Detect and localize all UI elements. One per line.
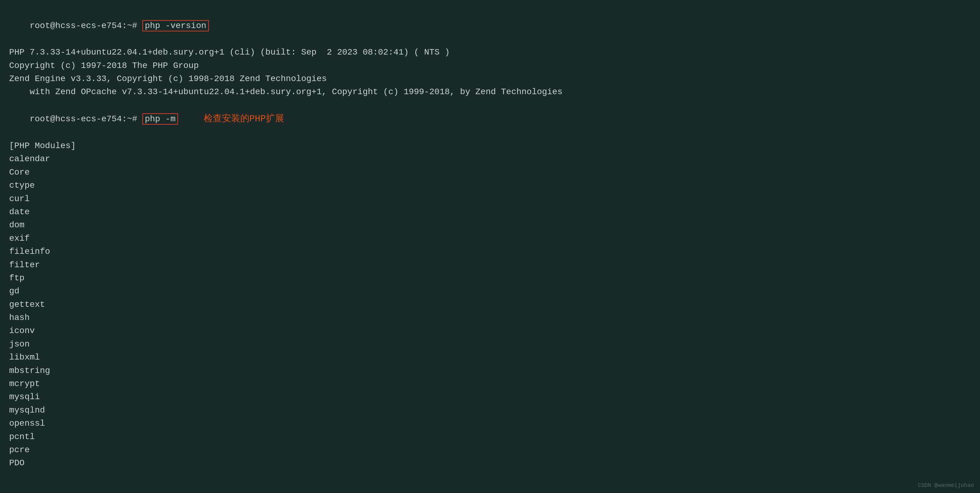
module-gd: gd [9, 285, 971, 298]
command-1: php -version [142, 20, 209, 32]
module-mysqlnd: mysqlnd [9, 404, 971, 417]
module-ftp: ftp [9, 271, 971, 285]
command-2: php -m [142, 113, 178, 125]
module-calendar: calendar [9, 152, 971, 165]
annotation-text: 检查安装的PHP扩展 [204, 114, 284, 124]
module-curl: curl [9, 192, 971, 205]
opcache-line: with Zend OPcache v7.3.33-14+ubuntu22.04… [9, 85, 971, 98]
module-mcrypt: mcrypt [9, 377, 971, 390]
module-libxml: libxml [9, 351, 971, 364]
prompt-2: root@hcss-ecs-e754:~# [30, 114, 137, 124]
prompt-line-1: root@hcss-ecs-e754:~# php -version [9, 6, 971, 46]
module-hash: hash [9, 311, 971, 324]
prompt-1: root@hcss-ecs-e754:~# [30, 21, 137, 30]
watermark: CSDN @wanmeijuhao [918, 482, 974, 490]
prompt-line-2: root@hcss-ecs-e754:~# php -m 检查安装的PHP扩展 [9, 99, 971, 139]
copyright-line: Copyright (c) 1997-2018 The PHP Group [9, 59, 971, 72]
module-pcre: pcre [9, 443, 971, 457]
space-2 [137, 114, 142, 124]
module-mysqli: mysqli [9, 390, 971, 403]
module-pdo: PDO [9, 457, 971, 469]
space-3 [178, 114, 204, 124]
modules-list: calendar Core ctype curl date dom exif f… [9, 152, 971, 469]
module-dom: dom [9, 219, 971, 231]
module-openssl: openssl [9, 417, 971, 430]
php-version-line: PHP 7.3.33-14+ubuntu22.04.1+deb.sury.org… [9, 46, 971, 59]
module-core: Core [9, 166, 971, 179]
module-mbstring: mbstring [9, 364, 971, 377]
module-exif: exif [9, 232, 971, 245]
space-1 [137, 21, 142, 30]
modules-header: [PHP Modules] [9, 139, 971, 152]
module-iconv: iconv [9, 324, 971, 337]
module-json: json [9, 338, 971, 351]
module-gettext: gettext [9, 298, 971, 311]
module-fileinfo: fileinfo [9, 245, 971, 258]
module-pcntl: pcntl [9, 430, 971, 443]
terminal: root@hcss-ecs-e754:~# php -version PHP 7… [9, 6, 971, 470]
module-filter: filter [9, 258, 971, 271]
module-date: date [9, 205, 971, 219]
zend-line: Zend Engine v3.3.33, Copyright (c) 1998-… [9, 72, 971, 85]
module-ctype: ctype [9, 179, 971, 192]
